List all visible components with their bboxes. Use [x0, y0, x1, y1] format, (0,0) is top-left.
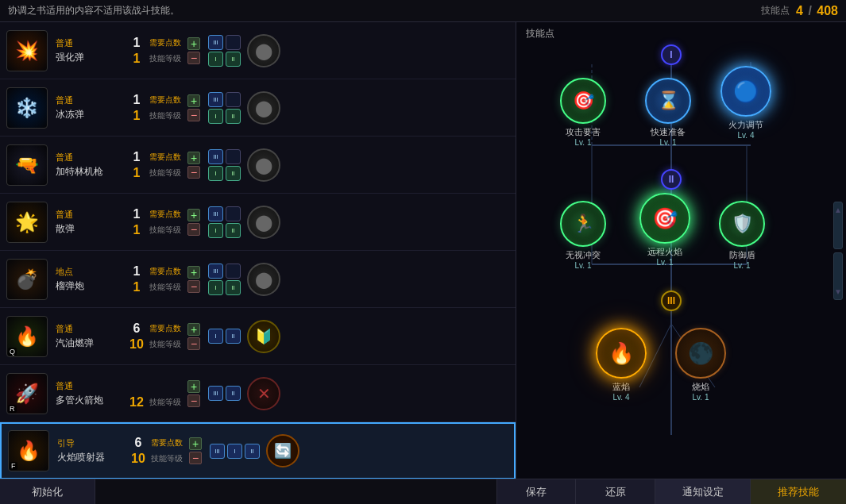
gems-s7: IIIII [208, 386, 241, 401]
skill-row-s7[interactable]: 🚀R 普通 多管火箭炮 12 技能等级 + − IIIII✕ [0, 365, 516, 422]
bottom-bar: 初始化 保存 还原 通知设定 推荐技能 [0, 479, 846, 504]
cost-label-s2: 需要点数 [149, 94, 181, 106]
cost-num-s6: 6 [127, 321, 146, 336]
node-circle-attack-crit: 🎯 [560, 78, 606, 124]
level-num-s5: 1 [127, 280, 146, 294]
special-icon-s3: ⬤ [247, 148, 280, 182]
node-quick-prep[interactable]: ⌛ 快速准备 Lv. 1 [645, 78, 691, 147]
skill-icon-s8: 🔥F [8, 430, 49, 471]
node-ignore-conflict[interactable]: 🏃 无视冲突 Lv. 1 [560, 201, 606, 270]
node-circle-fire-control: 🔵 [720, 66, 771, 117]
node-fire-control[interactable]: 🔵 火力调节 Lv. 4 [720, 66, 771, 140]
skill-type-s1: 普通 [56, 37, 127, 49]
gems-s6: III [208, 329, 241, 344]
gem-top-1-s4 [226, 206, 241, 221]
minus-btn-s8[interactable]: − [189, 452, 202, 464]
notice-text: 协调之书适用的内容不适用该战斗技能。 [8, 4, 180, 17]
plus-btn-s8[interactable]: + [189, 437, 202, 450]
gems-s5: IIIIII [208, 264, 241, 295]
skill-type-s3: 普通 [56, 152, 127, 164]
plus-btn-s4[interactable]: + [187, 209, 200, 221]
restore-button[interactable]: 还原 [576, 479, 655, 505]
save-button[interactable]: 保存 [496, 479, 576, 505]
cost-label-s4: 需要点数 [149, 209, 181, 220]
skill-info-s1: 普通 强化弹 [56, 37, 127, 64]
special-icon-s4: ⬤ [247, 206, 280, 239]
gem-bot-0-s1: I [208, 52, 223, 67]
skill-type-s6: 普通 [56, 323, 127, 335]
recommend-button[interactable]: 推荐技能 [751, 479, 846, 505]
skill-row-s3[interactable]: 🔫 普通 加特林机枪 1 需要点数 1 技能等级 + − IIIIII⬤ [0, 137, 516, 194]
reset-button[interactable]: 初始化 [0, 479, 95, 505]
plus-btn-s1[interactable]: + [187, 37, 200, 50]
tier-1-badge: I [661, 44, 682, 65]
node-attack-crit[interactable]: 🎯 攻击要害 Lv. 1 [560, 78, 606, 147]
main-container: 💥 普通 强化弹 1 需要点数 1 技能等级 + − IIIIII⬤ ❄️ 普通… [0, 22, 846, 479]
gem-top-0-s8: III [210, 444, 225, 459]
minus-btn-s7[interactable]: − [187, 394, 200, 407]
level-label-s4: 技能等级 [149, 225, 181, 236]
gem-bot-0-s5: I [208, 280, 223, 295]
skill-key-s6: Q [8, 348, 17, 356]
node-label-burn-flame: 烧焰 [692, 381, 709, 393]
gem-top-1-s2 [226, 92, 241, 107]
node-range-flame[interactable]: 🎯 远程火焰 Lv. 1 [639, 193, 690, 267]
skill-row-s8[interactable]: 🔥F 引导 火焰喷射器 6 需要点数 10 技能等级 + − IIIIII🔄 [0, 422, 516, 479]
gem-top-1-s5 [226, 264, 241, 279]
bottom-right-buttons: 保存 还原 通知设定 推荐技能 [496, 479, 846, 505]
node-burn-flame[interactable]: 🌑 烧焰 Lv. 1 [675, 328, 726, 402]
gems-s1: IIIIII [208, 35, 241, 67]
plus-btn-s6[interactable]: + [187, 323, 200, 336]
level-label-s6: 技能等级 [149, 339, 181, 350]
level-num-s2: 1 [127, 109, 146, 123]
gem-top-1-s7: II [226, 386, 241, 401]
node-level-ignore-conflict: Lv. 1 [575, 261, 592, 270]
gems-s4: IIIIII [208, 206, 241, 238]
minus-btn-s1[interactable]: − [187, 52, 200, 64]
minus-btn-s2[interactable]: − [187, 109, 200, 121]
tier-2-badge: II [661, 169, 682, 190]
skill-row-s2[interactable]: ❄️ 普通 冰冻弹 1 需要点数 1 技能等级 + − IIIIII⬤ [0, 79, 516, 137]
skill-points-display: 技能点 4 / 408 [761, 4, 838, 18]
skill-row-s4[interactable]: 🌟 普通 散弹 1 需要点数 1 技能等级 + − IIIIII⬤ [0, 194, 516, 251]
level-num-s6: 10 [127, 337, 146, 352]
node-defense-shield[interactable]: 🛡️ 防御盾 Lv. 1 [719, 201, 765, 270]
special-icon-s1: ⬤ [247, 34, 280, 67]
plus-btn-s2[interactable]: + [187, 94, 200, 107]
skill-tree-panel: 技能点 I II III 🎯 [516, 22, 846, 479]
node-label-range-flame: 远程火焰 [647, 246, 682, 258]
minus-btn-s3[interactable]: − [187, 166, 200, 179]
gem-top-0-s7: III [208, 386, 223, 401]
notify-button[interactable]: 通知设定 [655, 479, 751, 505]
minus-btn-s4[interactable]: − [187, 223, 200, 236]
skill-icon-s5: 💣 [6, 259, 48, 300]
gem-top-0-s5: III [208, 264, 223, 279]
skill-name-s2: 冰冻弹 [56, 108, 127, 121]
plus-btn-s3[interactable]: + [187, 152, 200, 164]
skill-row-s5[interactable]: 💣 地点 榴弹炮 1 需要点数 1 技能等级 + − IIIIII⬤ [0, 251, 516, 308]
level-label-s8: 技能等级 [151, 453, 183, 464]
skill-icon-s7: 🚀R [6, 373, 48, 414]
level-num-s8: 10 [129, 452, 148, 466]
minus-btn-s6[interactable]: − [187, 337, 200, 350]
tier-3-badge: III [661, 290, 682, 311]
skill-row-s1[interactable]: 💥 普通 强化弹 1 需要点数 1 技能等级 + − IIIIII⬤ [0, 22, 516, 79]
node-level-quick-prep: Lv. 1 [660, 138, 677, 147]
skill-info-s8: 引导 火焰喷射器 [57, 437, 129, 464]
node-label-defense-shield: 防御盾 [729, 249, 755, 261]
node-level-defense-shield: Lv. 1 [734, 261, 751, 270]
gem-bot-0-s3: I [208, 166, 223, 181]
cost-label-s6: 需要点数 [149, 323, 181, 334]
node-blue-flame[interactable]: 🔥 蓝焰 Lv. 4 [596, 328, 647, 402]
cost-num-s8: 6 [129, 436, 148, 450]
plus-btn-s7[interactable]: + [187, 380, 200, 393]
skill-row-s6[interactable]: 🔥Q 普通 汽油燃弹 6 需要点数 10 技能等级 + − III🔰 [0, 308, 516, 365]
cost-label-s3: 需要点数 [149, 152, 181, 163]
special-icon-s6: 🔰 [247, 320, 280, 353]
gem-bot-1-s3: II [226, 166, 241, 181]
node-circle-burn-flame: 🌑 [675, 328, 726, 379]
plus-btn-s5[interactable]: + [187, 266, 200, 279]
minus-btn-s5[interactable]: − [187, 280, 200, 293]
level-num-s1: 1 [127, 52, 146, 66]
cost-label-s5: 需要点数 [149, 266, 181, 277]
